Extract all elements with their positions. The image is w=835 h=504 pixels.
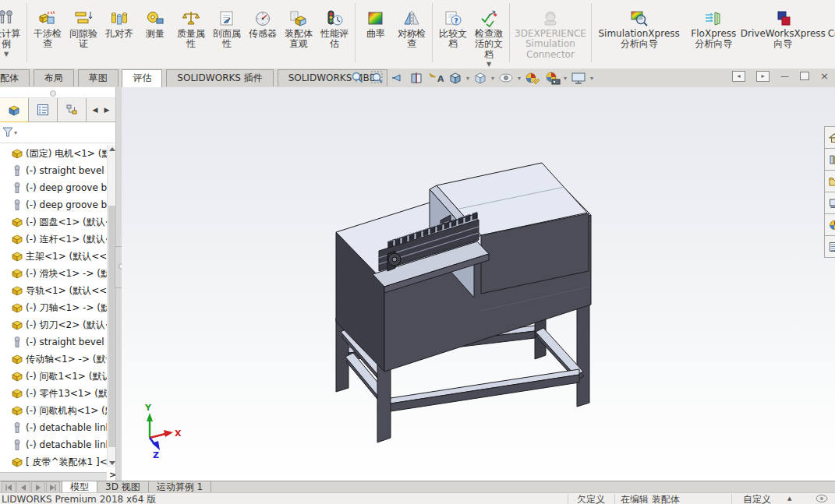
tab-configurationmanager[interactable]: [58, 98, 87, 122]
costing-button[interactable]: Costing: [823, 2, 835, 41]
design-study-button[interactable]: 设计算例 ▼: [0, 2, 24, 59]
tab-3d-views[interactable]: 3D 视图: [97, 481, 149, 493]
zoom-fit-icon[interactable]: [349, 70, 367, 86]
tab-assembly[interactable]: 装配体: [0, 69, 30, 86]
measure-button[interactable]: 测量: [137, 2, 173, 41]
scroll-right-icon[interactable]: ▶: [104, 106, 110, 114]
view-settings-icon[interactable]: [568, 70, 589, 86]
scroll-left-icon[interactable]: ◀: [93, 106, 98, 114]
check-active-document-button[interactable]: * 检查激活的文档 ▼: [471, 2, 507, 69]
tree-item-bearing[interactable]: (-) deep groove b: [0, 196, 107, 213]
assembly-visualization-button[interactable]: 装配体直观: [281, 2, 317, 51]
tree-item-slider[interactable]: (-) 滑块<1> -> (默: [0, 265, 107, 282]
next-pane-icon[interactable]: ▸: [756, 71, 770, 82]
tab-layout[interactable]: 布局: [34, 69, 74, 86]
tree-item-label: (-) detachable link: [26, 422, 107, 433]
mass-properties-button[interactable]: 质量属性: [173, 2, 209, 51]
tab-propertymanager[interactable]: [29, 98, 58, 122]
tree-item-main-frame[interactable]: 主架<1> (默认<<默: [0, 248, 107, 265]
tree-item-bearing[interactable]: (-) deep groove b: [0, 179, 107, 196]
minimize-icon[interactable]: —: [780, 71, 789, 81]
section-view-icon[interactable]: [407, 70, 426, 86]
dropdown-caret-icon[interactable]: ▾: [13, 129, 18, 136]
3dexperience-connector-button[interactable]: 3DEXPERIENCE Simulation Connector: [512, 2, 589, 62]
tree-item-intermittent1[interactable]: (-) 间歇1<1> (默认: [0, 368, 107, 385]
tree-item-cutter[interactable]: (-) 切刀<2> (默认<: [0, 316, 107, 333]
clearance-verification-button[interactable]: 间隙验证: [65, 2, 101, 51]
file-explorer-icon[interactable]: [824, 170, 835, 192]
tree-item-link-rod[interactable]: (-) 连杆<1> (默认<: [0, 231, 107, 248]
tree-item-bevel-gear[interactable]: (-) straight bevel g: [0, 333, 107, 351]
display-style-icon[interactable]: [471, 70, 490, 86]
customize-caret-icon[interactable]: ▲: [787, 495, 791, 502]
previous-tab-icon[interactable]: [16, 481, 30, 493]
hide-show-annotations-icon[interactable]: A: [426, 70, 445, 86]
symmetry-check-button[interactable]: 对称检查: [394, 2, 430, 51]
model-brace-front[interactable]: [380, 375, 579, 413]
next-tab-icon[interactable]: [31, 481, 45, 493]
tree-item-drive-shaft[interactable]: 传动轴<1> -> (默认: [0, 351, 107, 368]
model-leg-front[interactable]: [377, 360, 391, 442]
zoom-area-icon[interactable]: [368, 70, 387, 86]
tags-eye-icon[interactable]: [816, 494, 828, 504]
curvature-button[interactable]: 曲率: [358, 2, 394, 41]
appearances-icon[interactable]: [824, 213, 835, 236]
design-library-icon[interactable]: [824, 148, 835, 171]
dropdown-caret-icon[interactable]: ▾: [589, 75, 594, 82]
tree-item-disc[interactable]: (-) 圆盘<1> (默认<: [0, 213, 107, 231]
panel-top-splitter[interactable]: [0, 87, 115, 98]
restore-icon[interactable]: [800, 72, 809, 80]
scroll-up-icon[interactable]: [109, 147, 115, 151]
part-icon: [12, 388, 23, 399]
first-tab-icon[interactable]: [2, 481, 16, 493]
performance-evaluation-button[interactable]: 性能评估: [317, 2, 352, 51]
apply-scene-icon[interactable]: [543, 70, 562, 86]
previous-pane-icon[interactable]: ◂: [732, 71, 745, 82]
hide-show-items-icon[interactable]: [496, 70, 516, 86]
graphics-area[interactable]: Y X Z: [122, 87, 835, 481]
tab-sketch[interactable]: 草图: [78, 69, 119, 86]
tree-item-cutter-shaft[interactable]: (-) 刀轴<1> -> (默: [0, 299, 107, 316]
interference-check-button[interactable]: 干涉检查: [30, 2, 65, 51]
assembly-visualization-icon: [288, 4, 309, 29]
scroll-down-icon[interactable]: [109, 461, 115, 465]
dropdown-caret-icon[interactable]: ▾: [517, 75, 522, 82]
assembly-model[interactable]: Y X Z: [122, 87, 835, 481]
tree-item-detachable-link[interactable]: (-) detachable link: [0, 419, 107, 436]
edit-appearance-icon[interactable]: [522, 70, 542, 86]
tab-solidworks-addins[interactable]: SOLIDWORKS 插件: [166, 69, 273, 86]
home-icon[interactable]: [824, 126, 835, 149]
tab-model[interactable]: 模型: [62, 481, 97, 493]
tree-item-intermittent-mechanism[interactable]: (-) 间歇机构<1> (默: [0, 402, 107, 419]
tree-item-bevel-gear[interactable]: (-) straight bevel g: [0, 162, 107, 179]
tree-item-label: 传动轴<1> -> (默认: [26, 353, 107, 366]
tab-featuremanager-design-tree[interactable]: [0, 98, 29, 123]
section-properties-button[interactable]: 剖面属性: [209, 2, 245, 51]
view-palette-icon[interactable]: [824, 192, 835, 214]
simulationxpress-button[interactable]: SimulationXpress 分析向导: [594, 2, 684, 51]
tree-item-part13[interactable]: (-) 零件13<1> (默认: [0, 385, 107, 402]
view-orientation-icon[interactable]: [446, 70, 465, 86]
dropdown-caret-icon[interactable]: ▾: [465, 75, 470, 82]
driveworksxpress-button[interactable]: DriveWorksXpress 向导: [743, 2, 823, 51]
compare-documents-button[interactable]: ? 比较文档: [435, 2, 471, 51]
tree-item-detachable-link[interactable]: (-) detachable link: [0, 436, 107, 453]
close-icon[interactable]: ×: [820, 70, 829, 82]
sensors-button[interactable]: 传感器: [245, 2, 281, 41]
tab-evaluate[interactable]: 评估: [122, 69, 162, 88]
previous-view-icon[interactable]: [387, 70, 406, 86]
tree-item-guide-rail[interactable]: 导轨<1> (默认<<默: [0, 282, 107, 299]
hole-alignment-button[interactable]: 孔对齐: [101, 2, 137, 41]
custom-properties-icon[interactable]: [824, 235, 835, 258]
last-tab-icon[interactable]: [46, 481, 60, 493]
floxpress-button[interactable]: FloXpress 分析向导: [684, 2, 743, 51]
tab-motion-study-1[interactable]: 运动算例 1: [149, 481, 211, 493]
dropdown-caret-icon[interactable]: ▾: [563, 75, 568, 82]
scrollbar-thumb[interactable]: [108, 206, 115, 447]
tree-item-belt-assembly[interactable]: [ 皮带^装配体1 ]<1: [0, 453, 107, 471]
tree-filter-bar[interactable]: ▾: [0, 122, 115, 143]
dropdown-caret-icon[interactable]: ▾: [490, 75, 495, 82]
tree-item-motor[interactable]: (固定) 电机<1> (默: [0, 145, 107, 162]
customize-button[interactable]: 自定义: [743, 493, 771, 504]
model-leg-right[interactable]: [577, 298, 589, 407]
